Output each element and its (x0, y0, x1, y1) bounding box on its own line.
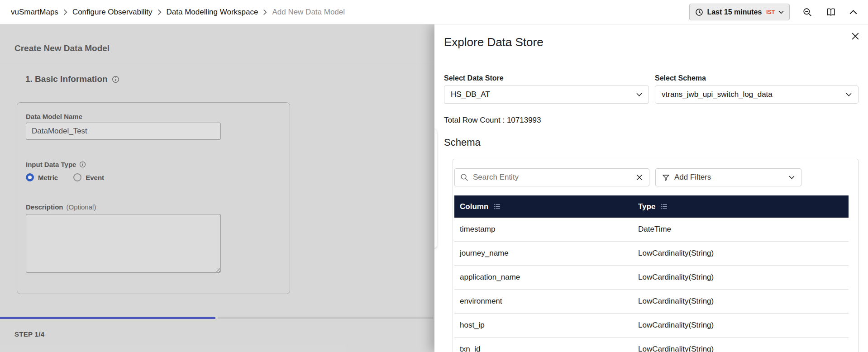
total-row-count: Total Row Count : 10713993 (444, 116, 541, 125)
breadcrumb-item-configure-observability[interactable]: Configure Observability (72, 8, 153, 17)
breadcrumb-item-add-new-data-model: Add New Data Model (272, 8, 345, 17)
table-header: Column Type (454, 195, 849, 218)
time-range-button[interactable]: Last 15 minutes IST (689, 4, 790, 20)
column-cell: txn_id (454, 345, 638, 352)
column-cell: host_ip (454, 321, 638, 330)
search-entity-input[interactable] (473, 173, 631, 182)
column-cell: journey_name (454, 249, 638, 258)
schema-heading: Schema (444, 137, 481, 148)
column-cell: timestamp (454, 225, 638, 234)
breadcrumb-separator-icon (63, 9, 67, 15)
chevron-down-icon (846, 93, 852, 96)
chevron-down-icon (789, 176, 795, 179)
filter-icon (662, 174, 670, 181)
clear-icon (636, 174, 643, 181)
time-range-label: Last 15 minutes (707, 8, 762, 16)
type-header-label: Type (638, 202, 655, 211)
column-cell: application_name (454, 273, 638, 282)
table-row[interactable]: host_ip LowCardinality(String) (454, 314, 849, 338)
book-icon (826, 7, 836, 17)
table-row[interactable]: txn_id LowCardinality(String) (454, 338, 849, 352)
breadcrumb: vuSmartMaps Configure Observability Data… (11, 8, 345, 17)
zoom-out-icon (802, 7, 812, 17)
header-actions: Last 15 minutes IST (689, 4, 858, 20)
type-cell: DateTime (638, 225, 849, 234)
app-root: vuSmartMaps Configure Observability Data… (0, 0, 868, 352)
close-icon (852, 33, 859, 40)
column-header-label: Column (460, 202, 488, 211)
schema-panel: Add Filters Column Type (453, 159, 858, 352)
type-cell: LowCardinality(String) (638, 297, 849, 306)
add-filters-label: Add Filters (674, 173, 784, 182)
table-row[interactable]: application_name LowCardinality(String) (454, 266, 849, 290)
schema-table: Column Type timestamp DateTime (454, 195, 849, 352)
type-cell: LowCardinality(String) (638, 345, 849, 352)
type-cell: LowCardinality(String) (638, 249, 849, 258)
drawer-resize-handle[interactable] (434, 129, 437, 248)
type-cell: LowCardinality(String) (638, 321, 849, 330)
breadcrumb-item-data-modelling-workspace[interactable]: Data Modelling Workspace (167, 8, 258, 17)
top-bar: vuSmartMaps Configure Observability Data… (0, 0, 868, 24)
search-icon (460, 173, 468, 181)
chevron-down-icon (778, 10, 784, 14)
data-store-select-value: HS_DB_AT (451, 90, 636, 99)
schema-toolbar: Add Filters (454, 168, 857, 186)
clock-icon (695, 8, 703, 16)
chevron-up-icon (849, 10, 857, 14)
breadcrumb-separator-icon (263, 9, 267, 15)
data-store-select[interactable]: HS_DB_AT (444, 86, 649, 104)
list-icon[interactable] (493, 203, 501, 210)
breadcrumb-separator-icon (157, 9, 162, 15)
schema-select-label: Select Schema (655, 74, 706, 82)
list-icon[interactable] (660, 203, 668, 210)
column-cell: environment (454, 297, 638, 306)
data-store-select-label: Select Data Store (444, 74, 504, 82)
clear-search-button[interactable] (635, 173, 644, 181)
schema-select-value: vtrans_jwb_upi_switch_log_data (662, 90, 846, 99)
explore-data-store-drawer: Explore Data Store Select Data Store HS_… (434, 24, 868, 352)
table-row[interactable]: environment LowCardinality(String) (454, 290, 849, 314)
close-button[interactable] (850, 31, 861, 42)
table-row[interactable]: timestamp DateTime (454, 218, 849, 242)
add-filters-dropdown[interactable]: Add Filters (655, 168, 801, 186)
table-row[interactable]: journey_name LowCardinality(String) (454, 242, 849, 266)
schema-select[interactable]: vtrans_jwb_upi_switch_log_data (655, 86, 858, 104)
breadcrumb-item-vusmartmaps[interactable]: vuSmartMaps (11, 8, 58, 17)
type-header[interactable]: Type (638, 202, 849, 211)
chevron-down-icon (636, 93, 642, 96)
column-header[interactable]: Column (454, 202, 638, 211)
zoom-out-button[interactable] (801, 6, 813, 18)
drawer-title: Explore Data Store (444, 35, 544, 49)
type-cell: LowCardinality(String) (638, 273, 849, 282)
collapse-topbar-button[interactable] (849, 9, 858, 15)
search-entity-box (454, 168, 649, 186)
timezone-label: IST (766, 9, 775, 15)
docs-button[interactable] (825, 6, 837, 18)
